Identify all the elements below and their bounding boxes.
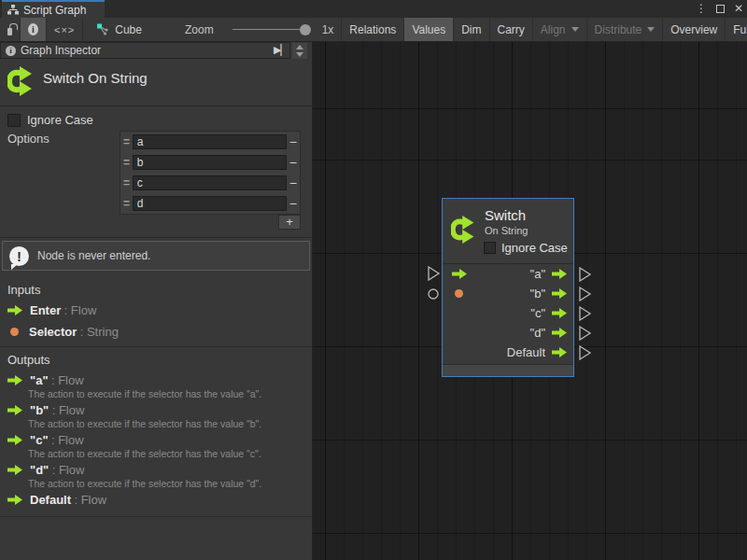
inspector-scroll-spinner[interactable] bbox=[292, 43, 307, 59]
inspector-header: i Graph Inspector bbox=[0, 42, 290, 59]
flow-arrow-icon bbox=[7, 375, 22, 385]
inspector-toggle-button[interactable]: i bbox=[21, 18, 47, 41]
port-label: "a" bbox=[530, 267, 545, 281]
node-title: Switch bbox=[485, 207, 526, 223]
dock-inspector-icon[interactable]: ▶▏ bbox=[274, 44, 288, 56]
warning-text: Node is never entered. bbox=[37, 249, 150, 262]
ignore-case-label: Ignore Case bbox=[27, 113, 93, 127]
scroll-up-icon[interactable] bbox=[296, 45, 303, 49]
output-port-a: "a" : Flow bbox=[7, 373, 84, 387]
option-input[interactable] bbox=[133, 134, 287, 149]
external-value-connector-icon[interactable] bbox=[427, 287, 440, 301]
node-footer bbox=[443, 364, 573, 376]
outputs-heading: Outputs bbox=[7, 353, 50, 367]
option-row: = − bbox=[120, 132, 300, 152]
flow-arrow-icon bbox=[7, 495, 22, 505]
external-flow-connector-icon[interactable] bbox=[427, 266, 441, 281]
fullscreen-button[interactable]: Full Screen bbox=[726, 18, 747, 41]
zoom-slider-track[interactable] bbox=[233, 29, 309, 30]
node-ignore-case-checkbox[interactable] bbox=[484, 242, 496, 254]
flow-arrow-icon bbox=[7, 435, 22, 445]
remove-option-button[interactable]: − bbox=[287, 132, 300, 152]
zoom-slider[interactable] bbox=[221, 18, 320, 41]
external-flow-connector-icon[interactable] bbox=[578, 267, 592, 282]
options-list: = − = − = − = − bbox=[120, 131, 301, 215]
flow-out-port-icon[interactable] bbox=[551, 328, 568, 338]
overview-button[interactable]: Overview bbox=[663, 18, 726, 41]
flow-out-port-icon[interactable] bbox=[551, 308, 568, 318]
switch-on-string-node[interactable]: Switch On String Ignore Case "a" "b" bbox=[442, 198, 574, 377]
maximize-icon[interactable] bbox=[716, 5, 725, 13]
code-icon: <×> bbox=[54, 24, 75, 35]
graph-target-icon bbox=[96, 23, 109, 35]
drag-handle-icon[interactable]: = bbox=[120, 156, 133, 169]
info-icon: i bbox=[28, 23, 38, 35]
zoom-slider-handle[interactable] bbox=[300, 24, 311, 35]
switch-node-icon bbox=[7, 64, 37, 98]
add-option-button[interactable]: + bbox=[278, 215, 301, 230]
drag-handle-icon[interactable]: = bbox=[120, 176, 133, 189]
remove-option-button[interactable]: − bbox=[287, 193, 300, 214]
graph-target-label: Cube bbox=[115, 23, 142, 36]
flow-out-port-icon[interactable] bbox=[551, 347, 568, 357]
output-port-d: "d" : Flow bbox=[7, 463, 84, 477]
node-port-row: "d" bbox=[443, 323, 573, 343]
align-dropdown[interactable]: Align bbox=[533, 18, 587, 41]
external-flow-connector-icon[interactable] bbox=[578, 345, 592, 360]
ignore-case-row[interactable]: Ignore Case bbox=[7, 113, 93, 127]
option-input[interactable] bbox=[133, 155, 287, 170]
selector-port-icon[interactable] bbox=[455, 289, 463, 298]
code-preview-button[interactable]: <×> bbox=[47, 18, 83, 41]
node-subtitle: On String bbox=[485, 225, 528, 236]
inputs-heading: Inputs bbox=[7, 283, 40, 297]
options-label: Options bbox=[7, 132, 49, 146]
external-flow-connector-icon[interactable] bbox=[578, 306, 592, 321]
input-port-enter: Enter : Flow bbox=[7, 303, 96, 317]
distribute-dropdown[interactable]: Distribute bbox=[587, 18, 664, 41]
scroll-down-icon[interactable] bbox=[296, 52, 303, 57]
unit-title: Switch On String bbox=[43, 70, 148, 86]
input-port-selector: Selector : String bbox=[7, 325, 119, 339]
info-icon: i bbox=[6, 46, 16, 56]
values-button[interactable]: Values bbox=[404, 18, 454, 41]
node-ignore-case-row[interactable]: Ignore Case bbox=[484, 241, 568, 255]
port-label: "d" bbox=[530, 326, 545, 340]
external-flow-connector-icon[interactable] bbox=[578, 287, 592, 301]
relations-button[interactable]: Relations bbox=[342, 18, 404, 41]
output-desc: The action to execute if the selector ha… bbox=[28, 388, 261, 399]
tab-script-graph[interactable]: Script Graph bbox=[2, 0, 105, 18]
flow-out-port-icon[interactable] bbox=[551, 269, 568, 279]
kebab-menu-icon[interactable]: ⋮ bbox=[696, 0, 707, 18]
tab-label: Script Graph bbox=[23, 4, 86, 17]
value-port-icon bbox=[10, 328, 19, 336]
inspector-header-label: Graph Inspector bbox=[21, 44, 101, 57]
chevron-down-icon bbox=[571, 27, 579, 32]
output-desc: The action to execute if the selector ha… bbox=[28, 478, 261, 489]
output-desc: The action to execute if the selector ha… bbox=[28, 418, 261, 429]
flow-arrow-icon bbox=[7, 465, 22, 475]
flow-arrow-icon bbox=[7, 305, 22, 315]
chevron-down-icon bbox=[647, 27, 655, 32]
lock-button[interactable] bbox=[0, 18, 21, 41]
node-port-row: "a" bbox=[443, 264, 573, 284]
output-port-c: "c" : Flow bbox=[7, 433, 84, 447]
node-port-row: Default bbox=[443, 343, 573, 362]
graph-target[interactable]: Cube bbox=[83, 18, 149, 41]
enter-port-icon[interactable] bbox=[451, 269, 468, 279]
drag-handle-icon[interactable]: = bbox=[120, 197, 133, 210]
warning-box: ! Node is never entered. bbox=[2, 241, 310, 271]
option-input[interactable] bbox=[133, 175, 287, 190]
output-port-default: Default : Flow bbox=[7, 493, 106, 507]
carry-button[interactable]: Carry bbox=[490, 18, 533, 41]
option-input[interactable] bbox=[133, 196, 287, 211]
ignore-case-checkbox[interactable] bbox=[7, 114, 21, 127]
close-icon[interactable]: ✕ bbox=[734, 0, 743, 18]
node-header[interactable]: Switch On String Ignore Case bbox=[443, 199, 573, 264]
remove-option-button[interactable]: − bbox=[287, 173, 300, 193]
remove-option-button[interactable]: − bbox=[287, 152, 300, 173]
graph-canvas[interactable]: Switch On String Ignore Case "a" "b" bbox=[313, 42, 747, 560]
external-flow-connector-icon[interactable] bbox=[578, 326, 592, 341]
drag-handle-icon[interactable]: = bbox=[120, 135, 133, 148]
dim-button[interactable]: Dim bbox=[454, 18, 489, 41]
flow-out-port-icon[interactable] bbox=[551, 288, 568, 299]
